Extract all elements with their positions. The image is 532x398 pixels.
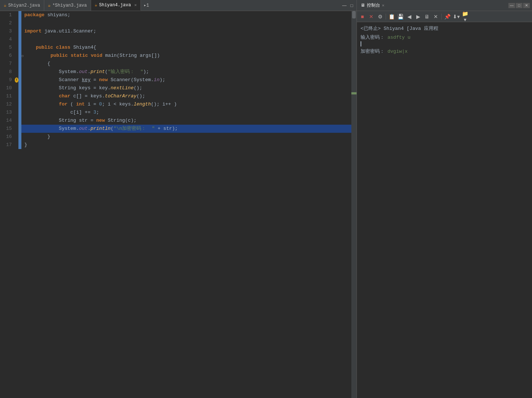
left-bar-16: [18, 133, 21, 141]
token-plain: i =: [85, 101, 99, 107]
code-text-15: System.out.println("\n加密密码： " + str);: [21, 125, 178, 133]
token-kw: void: [91, 53, 102, 58]
token-plain: String str =: [24, 118, 96, 123]
code-line-8[interactable]: System.out.print("输入密码： ");: [18, 68, 351, 76]
console-tab-close[interactable]: ✕: [382, 3, 385, 8]
line-number-15: 15: [0, 125, 15, 133]
token-plain: }: [24, 134, 50, 139]
gutter-row-8: 8: [0, 68, 18, 76]
collapse-indicator-6[interactable]: ⊖: [21, 53, 24, 58]
settings-btn[interactable]: ⚙: [376, 13, 384, 21]
editor-panel: ☕ Shiyan2.java ☕ *Shiyan3.java ☕ Shiyan4…: [0, 0, 357, 398]
tab-shiyan2[interactable]: ☕ Shiyan2.java: [0, 0, 44, 11]
code-content[interactable]: package shiyans;import java.util.Scanner…: [18, 11, 351, 398]
code-text-6: public static void main(String args[]): [25, 52, 160, 60]
left-bar-7: [18, 60, 21, 68]
token-plain: (: [111, 126, 114, 131]
code-text-9: Scanner key = new Scanner(System.in);: [21, 76, 165, 84]
token-plain: c[i] +=: [24, 110, 93, 115]
console-panel: 🖥 控制台 ✕ — □ ✕ ■ ✕ ⚙ 📋 💾 ◀ ▶ 🖥 ✕ 📌 ⬇▾ 📁▾ …: [357, 0, 532, 398]
code-text-12: for ( int i = 0; i < keys.length(); i++ …: [21, 100, 177, 108]
code-line-15[interactable]: System.out.println("\n加密密码： " + str);: [18, 125, 351, 133]
left-bar-12: [18, 100, 21, 108]
close-console-btn[interactable]: ✕: [432, 13, 440, 21]
display-btn[interactable]: 🖥: [423, 13, 431, 21]
code-line-4[interactable]: [18, 35, 351, 44]
line-number-6: 6: [0, 52, 15, 60]
forward-btn[interactable]: ▶: [414, 13, 422, 21]
token-field: out: [79, 69, 87, 75]
console-window-controls: — □ ✕: [508, 3, 532, 8]
scroll-thumb[interactable]: [352, 11, 356, 18]
console-input-line: 输入密码： asdfty u: [361, 34, 528, 41]
token-plain: ; i < keys.: [102, 101, 134, 107]
code-line-9[interactable]: Scanner key = new Scanner(System.in);: [18, 76, 351, 84]
token-plain: [24, 93, 59, 99]
code-line-6[interactable]: ⊖ public static void main(String args[]): [18, 52, 351, 60]
line-number-11: 11: [0, 92, 15, 100]
save-btn[interactable]: 💾: [396, 13, 404, 21]
token-plain: System.: [24, 69, 79, 75]
code-line-10[interactable]: String keys = key.nextLine();: [18, 84, 351, 92]
editor-minimize-btn[interactable]: —: [341, 3, 348, 8]
code-line-11[interactable]: char c[] = keys.toCharArray();: [18, 92, 351, 100]
token-plain: [68, 53, 71, 58]
gutter-row-1: 1: [0, 11, 18, 19]
pin-btn[interactable]: 📌: [443, 13, 451, 21]
back-btn[interactable]: ◀: [405, 13, 413, 21]
line-number-5: 5: [0, 44, 15, 52]
token-kw: class: [56, 45, 70, 50]
left-bar-15: [18, 125, 21, 133]
tab-shiyan4[interactable]: ☕ Shiyan4.java ✕: [91, 0, 141, 11]
gutter-row-11: 11: [0, 92, 18, 100]
code-text-1: package shiyans;: [21, 11, 70, 19]
token-underline: key: [82, 77, 90, 83]
stop-btn[interactable]: ■: [358, 13, 366, 21]
left-bar-17: [18, 141, 21, 149]
token-kw: int: [76, 101, 84, 107]
code-area[interactable]: 123456789!1011121314151617 package shiya…: [0, 11, 357, 398]
code-line-12[interactable]: for ( int i = 0; i < keys.length(); i++ …: [18, 100, 351, 108]
dropdown1-btn[interactable]: ⬇▾: [452, 13, 460, 21]
code-line-14[interactable]: String str = new String(c);: [18, 117, 351, 125]
token-plain: Shiyan4{: [70, 45, 96, 50]
gutter-row-16: 16: [0, 133, 18, 141]
token-plain: Scanner: [24, 77, 82, 83]
console-close-btn[interactable]: ✕: [523, 3, 530, 8]
gutter-row-5: 5: [0, 44, 18, 52]
tab-close-shiyan4[interactable]: ✕: [134, 3, 137, 7]
scroll-track[interactable]: [351, 11, 357, 398]
folder-btn[interactable]: 📁▾: [461, 13, 469, 21]
code-line-13[interactable]: c[i] += 3;: [18, 108, 351, 117]
token-plain: [24, 101, 59, 107]
token-plain: + str);: [155, 126, 178, 131]
console-minimize-btn[interactable]: —: [508, 3, 515, 8]
code-line-2[interactable]: [18, 19, 351, 27]
console-tab[interactable]: 🖥 控制台 ✕: [357, 0, 388, 11]
token-plain: (: [67, 101, 76, 107]
left-bar-13: [18, 108, 21, 117]
console-maximize-btn[interactable]: □: [516, 3, 522, 8]
editor-window-controls: — □: [341, 3, 357, 8]
code-text-13: c[i] += 3;: [21, 108, 99, 117]
token-method: println: [90, 126, 111, 131]
tab-bar: ☕ Shiyan2.java ☕ *Shiyan3.java ☕ Shiyan4…: [0, 0, 357, 11]
code-line-16[interactable]: }: [18, 133, 351, 141]
tab-shiyan3[interactable]: ☕ *Shiyan3.java: [44, 0, 91, 11]
console-icon: 🖥: [361, 3, 365, 8]
code-line-3[interactable]: import java.util.Scanner;: [18, 27, 351, 35]
gutter-row-2: 2: [0, 19, 18, 27]
code-lines: package shiyans;import java.util.Scanner…: [18, 11, 351, 149]
token-plain: java.util.Scanner;: [42, 28, 96, 34]
tab-overflow[interactable]: ▸1: [141, 3, 152, 8]
line-number-1: 1: [0, 11, 15, 19]
copy-btn[interactable]: 📋: [387, 13, 396, 21]
code-line-7[interactable]: {: [18, 60, 351, 68]
left-bar-1: [18, 11, 21, 19]
code-line-1[interactable]: package shiyans;: [18, 11, 351, 19]
code-line-5[interactable]: public class Shiyan4{: [18, 44, 351, 52]
console-toolbar: ■ ✕ ⚙ 📋 💾 ◀ ▶ 🖥 ✕ 📌 ⬇▾ 📁▾: [357, 11, 532, 22]
editor-maximize-btn[interactable]: □: [348, 3, 355, 8]
terminate-btn[interactable]: ✕: [367, 13, 375, 21]
code-line-17[interactable]: }: [18, 141, 351, 149]
